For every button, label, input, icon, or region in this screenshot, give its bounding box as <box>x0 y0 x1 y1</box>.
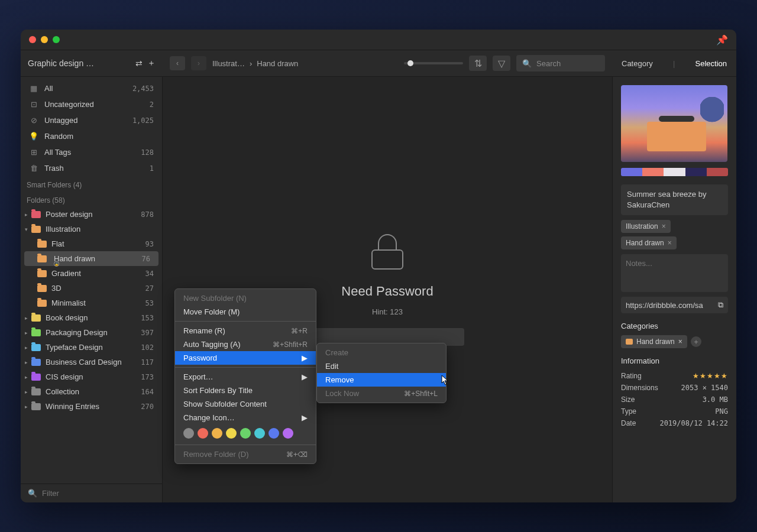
color-option[interactable] <box>283 428 293 439</box>
folder-cis-design[interactable]: ▸CIS design173 <box>21 369 162 384</box>
item-title[interactable]: Summer sea breeze by SakuraChen <box>621 184 728 215</box>
url-field[interactable]: https://dribbble.com/sa ⧉ <box>621 297 728 313</box>
remove-tag-icon[interactable]: × <box>668 239 672 247</box>
maximize-button[interactable] <box>53 36 60 43</box>
context-menu: New Subfolder (N)Move Folder (M)Rename (… <box>174 288 316 464</box>
color-option[interactable] <box>240 428 251 439</box>
menu-item-sort-folders-by-title[interactable]: Sort Folders By Title <box>175 384 316 397</box>
tag-illustration[interactable]: Illustration× <box>621 220 671 233</box>
sidebar-item-random[interactable]: 💡Random <box>21 128 162 144</box>
breadcrumb[interactable]: Illustrat…›Hand drawn <box>212 59 298 68</box>
color-swatches[interactable] <box>621 168 728 176</box>
color-option[interactable] <box>254 428 265 439</box>
swatch[interactable] <box>685 168 707 176</box>
menu-item-auto-tagging-a-[interactable]: Auto Tagging (A)⌘+Shfit+R <box>175 338 316 351</box>
search-icon: 🔍 <box>522 59 532 68</box>
color-option[interactable] <box>268 428 279 439</box>
password-hint: Hint: 123 <box>372 307 403 316</box>
search-icon: 🔍 <box>28 489 37 498</box>
pin-icon[interactable]: 📌 <box>716 34 728 46</box>
folder-winning-entries[interactable]: ▸Winning Entries270 <box>21 399 162 414</box>
folder-icon <box>37 285 47 292</box>
submenu-item-remove[interactable]: Remove <box>317 373 446 387</box>
folder-icon <box>31 388 41 395</box>
tag-hand-drawn[interactable]: Hand drawn× <box>621 236 677 249</box>
folder-gradient[interactable]: Gradient34 <box>21 266 162 281</box>
sidebar-item-uncategorized[interactable]: ⊡Uncategorized2 <box>21 96 162 112</box>
sidebar-icon: ⊡ <box>29 100 38 109</box>
folder-icon <box>31 211 41 218</box>
titlebar: 📌 <box>21 30 736 50</box>
context-submenu: CreateEditRemoveLock Now⌘+Shfit+L <box>316 343 447 403</box>
folder-typeface-design[interactable]: ▸Typeface Design102 <box>21 340 162 355</box>
folder-illustration[interactable]: ▾Illustration <box>21 222 162 236</box>
menu-item-move-folder-m-[interactable]: Move Folder (M) <box>175 305 316 319</box>
swatch[interactable] <box>642 168 664 176</box>
remove-category-icon[interactable]: × <box>678 338 682 346</box>
folder-poster-design[interactable]: ▸Poster design878 <box>21 207 162 222</box>
swatch[interactable] <box>621 168 642 176</box>
rating-stars[interactable]: ★★★★★ <box>693 372 728 380</box>
add-category-button[interactable]: ＋ <box>691 336 701 347</box>
smart-folders-header[interactable]: Smart Folders (4) <box>21 176 162 192</box>
library-title[interactable]: Graphic design … <box>28 59 131 68</box>
folder-business-card-design[interactable]: ▸Business Card Design117 <box>21 355 162 369</box>
folder-packaging-design[interactable]: ▸Packaging Design397 <box>21 325 162 340</box>
swatch[interactable] <box>707 168 728 176</box>
sidebar-icon: 🗑 <box>29 164 38 173</box>
folder-icon <box>31 359 41 366</box>
menu-item-change-icon-[interactable]: Change Icon…▶ <box>175 411 316 424</box>
sidebar-filter-input[interactable]: 🔍 Filter <box>21 484 162 502</box>
close-button[interactable] <box>29 36 36 43</box>
color-option[interactable] <box>183 428 194 439</box>
folders-header[interactable]: Folders (58) <box>21 192 162 207</box>
category-tag[interactable]: Hand drawn × <box>621 335 687 348</box>
sidebar-icon: 💡 <box>29 132 38 141</box>
menu-item-rename-r-[interactable]: Rename (R)⌘+R <box>175 324 316 338</box>
add-library-button[interactable]: ＋ <box>147 58 156 69</box>
sidebar-item-all-tags[interactable]: ⊞All Tags128 <box>21 144 162 160</box>
remove-tag-icon[interactable]: × <box>662 222 666 231</box>
color-option[interactable] <box>198 428 208 439</box>
zoom-slider[interactable] <box>404 62 463 64</box>
tab-category[interactable]: Category <box>622 59 653 68</box>
swatch[interactable] <box>664 168 685 176</box>
nav-forward-button[interactable]: › <box>191 56 206 70</box>
color-option[interactable] <box>226 428 237 439</box>
submenu-item-edit[interactable]: Edit <box>317 359 446 373</box>
sidebar-item-trash[interactable]: 🗑Trash1 <box>21 160 162 176</box>
search-input[interactable]: 🔍 Search <box>516 55 605 72</box>
sidebar-item-untagged[interactable]: ⊘Untagged1,025 <box>21 112 162 128</box>
tab-selection[interactable]: Selection <box>695 59 727 68</box>
nav-back-button[interactable]: ‹ <box>170 56 185 70</box>
open-url-icon[interactable]: ⧉ <box>718 300 723 310</box>
color-option[interactable] <box>212 428 222 439</box>
sidebar-item-all[interactable]: ▦All2,453 <box>21 80 162 96</box>
folder-icon <box>31 403 41 410</box>
preview-thumbnail[interactable] <box>621 85 727 162</box>
menu-item-password[interactable]: Password▶ <box>175 351 316 365</box>
swap-icon[interactable]: ⇄ <box>135 59 143 68</box>
categories-header: Categories <box>621 322 728 330</box>
folder-icon <box>31 329 41 336</box>
filter-button[interactable]: ▽ <box>493 56 510 71</box>
folder-collection[interactable]: ▸Collection164 <box>21 384 162 399</box>
cursor-icon <box>441 375 449 385</box>
folder-icon <box>626 339 633 345</box>
menu-item-export-[interactable]: Export…▶ <box>175 370 316 384</box>
folder-3d[interactable]: 3D27 <box>21 281 162 296</box>
folder-icon <box>37 300 47 307</box>
folder-book-design[interactable]: ▸Book design153 <box>21 310 162 325</box>
toolbar: Graphic design … ⇄ ＋ ‹ › Illustrat…›Hand… <box>21 50 736 77</box>
folder-hand-drawn[interactable]: 🔒Hand drawn76 <box>24 251 158 266</box>
sort-button[interactable]: ⇅ <box>469 56 487 71</box>
menu-item-remove-folder-d-: Remove Folder (D)⌘+⌫ <box>175 447 316 461</box>
menu-item-show-subfolder-content[interactable]: Show Subfolder Content <box>175 397 316 411</box>
color-picker-row <box>175 424 316 442</box>
minimize-button[interactable] <box>41 36 48 43</box>
lock-icon <box>371 234 403 270</box>
notes-field[interactable]: Notes... <box>621 254 728 292</box>
folder-icon <box>31 344 41 351</box>
folder-minimalist[interactable]: Minimalist53 <box>21 296 162 310</box>
folder-flat[interactable]: Flat93 <box>21 236 162 251</box>
